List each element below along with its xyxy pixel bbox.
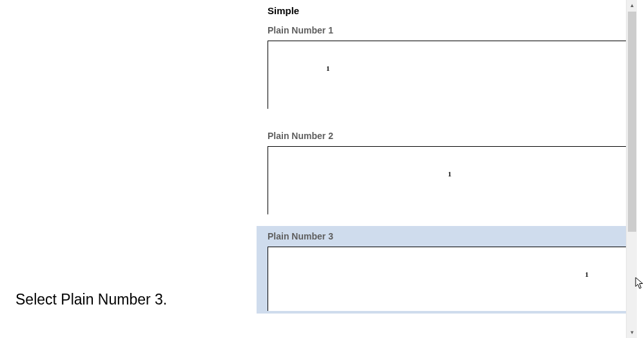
option-preview: 1 xyxy=(268,146,632,214)
option-preview: 1 xyxy=(268,247,632,311)
spacer xyxy=(257,111,637,126)
page-number-gallery: Simple Plain Number 1 1 Plain Number 2 1… xyxy=(257,0,637,338)
spacer xyxy=(257,217,637,226)
section-header-simple: Simple xyxy=(257,0,637,20)
preview-page-number: 1 xyxy=(585,270,589,278)
option-label: Plain Number 2 xyxy=(262,127,632,146)
instruction-text: Select Plain Number 3. xyxy=(15,291,167,308)
scroll-up-arrow-icon[interactable]: ▲ xyxy=(627,0,638,11)
preview-page-number: 1 xyxy=(448,170,452,178)
option-plain-number-1[interactable]: Plain Number 1 1 xyxy=(257,20,637,111)
option-label: Plain Number 3 xyxy=(262,227,632,247)
option-preview: 1 xyxy=(268,41,632,109)
option-plain-number-2[interactable]: Plain Number 2 1 xyxy=(257,126,637,217)
option-label: Plain Number 1 xyxy=(262,21,632,41)
scroll-down-arrow-icon[interactable]: ▼ xyxy=(627,327,638,338)
vertical-scrollbar[interactable]: ▲ ▼ xyxy=(626,0,637,338)
option-plain-number-3[interactable]: Plain Number 3 1 xyxy=(257,226,637,314)
preview-page-number: 1 xyxy=(326,64,330,72)
scrollbar-thumb[interactable] xyxy=(628,12,636,232)
